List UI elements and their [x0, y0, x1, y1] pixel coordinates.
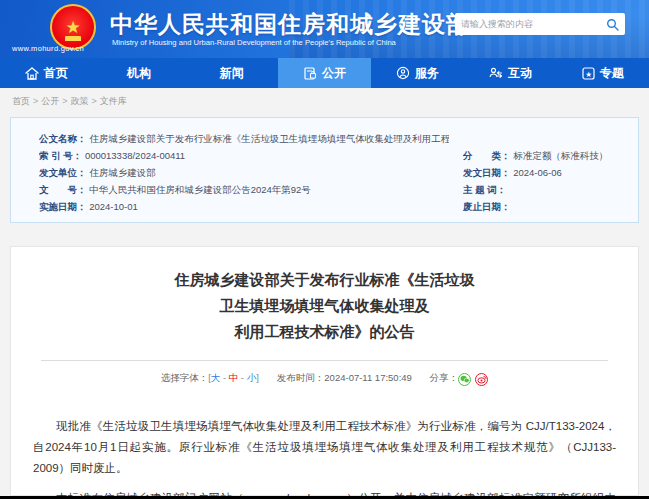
- meta-column-right: 分 类： 标准定额（标准科技） 发文日期： 2024-06-06 主 题 词： …: [463, 147, 633, 215]
- breadcrumb-separator: >: [33, 96, 38, 106]
- meta-label: 实施日期: [39, 201, 77, 212]
- font-size-medium-button[interactable]: 中: [229, 372, 239, 383]
- meta-label: 文 号: [39, 184, 77, 195]
- article-paragraph: 现批准《生活垃圾卫生填埋场填埋气体收集处理及利用工程技术标准》为行业标准，编号为…: [33, 416, 616, 479]
- meta-column-left: 公文名称： 住房城乡建设部关于发布行业标准《生活垃圾卫生填埋场填埋气体收集处理及…: [39, 130, 449, 215]
- title-divider: [41, 360, 608, 361]
- nav-item-label: 服务: [415, 65, 439, 82]
- nav-item-orgs[interactable]: 机构: [93, 58, 186, 88]
- article-body: 现批准《生活垃圾卫生填埋场填埋气体收集处理及利用工程技术标准》为行业标准，编号为…: [11, 416, 638, 499]
- site-title: 中华人民共和国住房和城乡建设部: [110, 9, 470, 40]
- document-meta-panel: 公文名称： 住房城乡建设部关于发布行业标准《生活垃圾卫生填埋场填埋气体收集处理及…: [10, 117, 639, 223]
- breadcrumb-separator: >: [62, 96, 67, 106]
- breadcrumb-separator: >: [92, 96, 97, 106]
- home-icon: [25, 67, 39, 80]
- site-header: ★ www.mohurd.gov.cn 中华人民共和国住房和城乡建设部 Mini…: [0, 0, 649, 58]
- nav-item-news[interactable]: 新闻: [185, 58, 278, 88]
- meta-label: 发文单位: [39, 167, 77, 178]
- meta-row-index-no: 索 引 号： 000013338/2024-00411: [39, 147, 449, 164]
- meta-value: 2024-10-01: [89, 201, 138, 212]
- page: ★ www.mohurd.gov.cn 中华人民共和国住房和城乡建设部 Mini…: [0, 0, 649, 499]
- meta-label: 索 引 号: [39, 150, 73, 161]
- meta-row-category: 分 类： 标准定额（标准科技）: [463, 147, 633, 164]
- share-icons: [458, 373, 488, 386]
- publish-time-value: 2024-07-11 17:50:49: [324, 372, 412, 383]
- nav-item-label: 专题: [600, 65, 624, 82]
- nav-item-services[interactable]: 服务: [371, 58, 464, 88]
- article-title-line: 住房城乡建设部关于发布行业标准《生活垃圾: [11, 267, 638, 293]
- nav-item-label: 新闻: [220, 65, 244, 82]
- meta-row-issue-date: 发文日期： 2024-06-06: [463, 164, 633, 181]
- nav-item-label: 机构: [127, 65, 151, 82]
- meta-row-keywords: 主 题 词：: [463, 181, 633, 198]
- font-selector-dash: -: [220, 372, 228, 383]
- meta-label: 分 类: [463, 150, 501, 161]
- meta-value: 2024-06-06: [513, 167, 562, 178]
- meta-label: 公文名称: [39, 133, 77, 144]
- meta-colon: ：: [501, 150, 511, 161]
- nav-item-home[interactable]: 首页: [0, 58, 93, 88]
- topics-star-icon: ★: [582, 67, 595, 80]
- font-size-large-button[interactable]: 大: [211, 372, 221, 383]
- article-title: 住房城乡建设部关于发布行业标准《生活垃圾 卫生填埋场填埋气体收集处理及 利用工程…: [11, 267, 638, 345]
- meta-colon: ：: [77, 184, 87, 195]
- font-size-small-button[interactable]: 小: [247, 372, 257, 383]
- meta-row-issuer: 发文单位： 住房城乡建设部: [39, 164, 449, 181]
- article-title-line: 利用工程技术标准》的公告: [11, 319, 638, 345]
- meta-colon: ：: [501, 201, 511, 212]
- breadcrumb-disclosure[interactable]: 公开: [41, 96, 59, 106]
- meta-colon: ：: [73, 150, 83, 161]
- share-label: 分享：: [430, 372, 459, 383]
- breadcrumb-policy[interactable]: 政策: [71, 96, 89, 106]
- meta-value: 000013338/2024-00411: [85, 150, 185, 161]
- article-title-line: 卫生填埋场填埋气体收集处理及: [11, 293, 638, 319]
- meta-colon: ：: [77, 167, 87, 178]
- nav-item-disclosure[interactable]: 公开: [278, 58, 371, 88]
- disclosure-doc-icon: [303, 67, 317, 80]
- meta-label: 废止日期: [463, 201, 501, 212]
- site-url: www.mohurd.gov.cn: [12, 44, 84, 53]
- publish-time-label: 发布时间：: [277, 372, 325, 383]
- meta-value: 住房城乡建设部: [89, 167, 156, 178]
- search-box[interactable]: [455, 13, 625, 35]
- meta-value: 中华人民共和国住房和城乡建设部公告2024年第92号: [89, 184, 311, 195]
- emblem-star-icon: ★: [65, 19, 80, 36]
- meta-value: 住房城乡建设部关于发布行业标准《生活垃圾卫生填埋场填埋气体收集处理及利用工程技术…: [89, 133, 449, 144]
- search-input[interactable]: [455, 19, 599, 29]
- share-wechat-icon[interactable]: [458, 373, 471, 386]
- breadcrumb-home[interactable]: 首页: [12, 96, 30, 106]
- site-subtitle: Ministry of Housing and Urban-Rural Deve…: [112, 38, 396, 47]
- meta-colon: ：: [77, 133, 87, 144]
- font-selector-dash: -: [238, 372, 246, 383]
- breadcrumb: 首页>公开>政策>文件库: [12, 95, 127, 108]
- interaction-person-icon: [488, 67, 503, 80]
- meta-colon: ：: [497, 184, 507, 195]
- nav-item-topics[interactable]: ★ 专题: [556, 58, 649, 88]
- meta-label: 发文日期: [463, 167, 501, 178]
- meta-row-doc-name: 公文名称： 住房城乡建设部关于发布行业标准《生活垃圾卫生填埋场填埋气体收集处理及…: [39, 130, 449, 147]
- nav-item-interaction[interactable]: 互动: [464, 58, 557, 88]
- nav-item-label: 公开: [322, 65, 346, 82]
- emblem-gate-icon: [65, 36, 81, 41]
- main-nav: 首页 机构 新闻 公开 服务 互动 ★: [0, 58, 649, 88]
- share-weibo-icon[interactable]: [475, 373, 488, 386]
- meta-value: 标准定额（标准科技）: [513, 150, 608, 161]
- svg-text:★: ★: [585, 69, 592, 78]
- font-selector-label: 选择字体：: [161, 372, 209, 383]
- nav-item-label: 互动: [508, 65, 532, 82]
- article-meta-row: 选择字体：[大 - 中 - 小]发布时间：2024-07-11 17:50:49…: [11, 372, 638, 386]
- meta-row-effective-date: 实施日期： 2024-10-01: [39, 198, 449, 215]
- meta-row-doc-number: 文 号： 中华人民共和国住房和城乡建设部公告2024年第92号: [39, 181, 449, 198]
- search-button[interactable]: [599, 13, 625, 35]
- nav-item-label: 首页: [44, 65, 68, 82]
- breadcrumb-library[interactable]: 文件库: [100, 96, 127, 106]
- meta-label: 主 题 词: [463, 184, 497, 195]
- meta-colon: ：: [77, 201, 87, 212]
- meta-row-repeal-date: 废止日期：: [463, 198, 633, 215]
- service-person-icon: [396, 66, 410, 80]
- article-panel: 住房城乡建设部关于发布行业标准《生活垃圾 卫生填埋场填埋气体收集处理及 利用工程…: [10, 246, 639, 496]
- font-selector-bracket: ]: [256, 372, 259, 383]
- search-icon: [606, 18, 619, 31]
- meta-colon: ：: [501, 167, 511, 178]
